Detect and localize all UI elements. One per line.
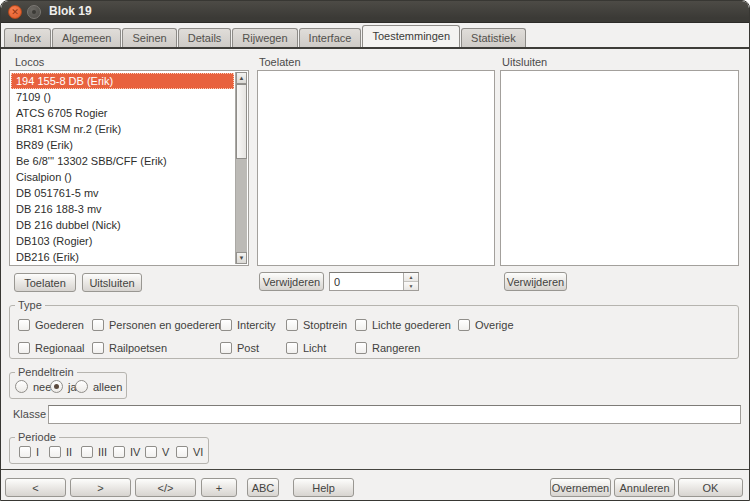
checkbox-icon[interactable] [220,342,232,354]
checkbox-periode-4[interactable]: IV [113,445,140,458]
tab-details[interactable]: Details [178,28,232,47]
checkbox-label: III [98,446,107,458]
radio-nee[interactable]: nee [15,380,51,393]
checkbox-label: Post [237,342,259,354]
list-item[interactable]: ATCS 6705 Rogier [11,105,234,121]
type-group: Type Goederen Personen en goederen Inter… [9,305,739,359]
tab-statistiek[interactable]: Statistiek [461,28,526,47]
radio-icon[interactable] [75,380,88,393]
checkbox-intercity[interactable]: Intercity [220,318,276,331]
checkbox-label: II [66,446,72,458]
list-item[interactable]: BR81 KSM nr.2 (Erik) [11,121,234,137]
checkbox-icon[interactable] [286,342,298,354]
checkbox-stoptrein[interactable]: Stoptrein [286,318,347,331]
radio-icon[interactable] [15,380,28,393]
list-item[interactable]: DB216 (Erik) [11,249,234,265]
list-item[interactable]: Cisalpion () [11,169,234,185]
radio-alleen[interactable]: alleen [75,380,122,393]
ok-button[interactable]: OK [678,478,743,497]
add-button[interactable]: + [201,478,237,497]
list-item[interactable]: BR89 (Erik) [11,137,234,153]
scrollbar-thumb[interactable] [236,84,247,159]
close-button[interactable]: ✕ [8,5,22,19]
checkbox-icon[interactable] [458,319,470,331]
toelaten-button[interactable]: Toelaten [14,273,76,292]
scroll-up-icon[interactable]: ▲ [236,72,247,84]
locos-label: Locos [15,56,44,68]
list-item[interactable]: 194 155-8 DB (Erik) [11,73,234,89]
checkbox-periode-1[interactable]: I [19,445,39,458]
checkbox-goederen[interactable]: Goederen [18,318,84,331]
checkbox-label: Rangeren [372,342,420,354]
checkbox-icon[interactable] [49,446,61,458]
checkbox-icon[interactable] [286,319,298,331]
checkbox-icon[interactable] [176,446,188,458]
list-item[interactable]: DB 051761-5 mv [11,185,234,201]
checkbox-railpoetsen[interactable]: Railpoetsen [92,341,167,354]
uitsluiten-button[interactable]: Uitsluiten [82,273,142,292]
pendeltrein-group-label: Pendeltrein [15,366,77,379]
tab-seinen[interactable]: Seinen [122,28,176,47]
tab-index[interactable]: Index [4,28,51,47]
spinner-down-icon[interactable]: ▼ [404,282,418,291]
checkbox-icon[interactable] [18,319,30,331]
checkbox-icon[interactable] [81,446,93,458]
checkbox-icon[interactable] [92,342,104,354]
checkbox-post[interactable]: Post [220,341,259,354]
checkbox-overige[interactable]: Overige [458,318,514,331]
minimize-button[interactable] [27,5,41,19]
toelaten-list[interactable] [257,70,495,266]
checkbox-icon[interactable] [220,319,232,331]
checkbox-periode-3[interactable]: III [81,445,107,458]
list-item[interactable]: 7109 () [11,89,234,105]
checkbox-label: VI [193,446,203,458]
klasse-input[interactable] [48,405,741,424]
checkbox-icon[interactable] [113,446,125,458]
tab-rijwegen[interactable]: Rijwegen [232,28,297,47]
spinner-up-icon[interactable]: ▲ [404,273,418,282]
next-button[interactable]: > [70,478,131,497]
tab-toestemmingen[interactable]: Toestemmingen [362,25,460,47]
checkbox-icon[interactable] [355,342,367,354]
help-button[interactable]: Help [293,478,354,497]
locos-scrollbar[interactable]: ▲ ▼ [235,72,247,264]
checkbox-label: I [36,446,39,458]
scroll-down-icon[interactable]: ▼ [236,252,247,264]
list-item[interactable]: Be 6/8''' 13302 SBB/CFF (Erik) [11,153,234,169]
uitsluiten-verwijderen-button[interactable]: Verwijderen [504,272,567,291]
checkbox-regionaal[interactable]: Regionaal [18,341,85,354]
toelaten-verwijderen-button[interactable]: Verwijderen [259,272,324,291]
tab-interface[interactable]: Interface [299,28,362,47]
radio-ja[interactable]: ja [50,380,77,393]
checkbox-icon[interactable] [19,446,31,458]
type-group-label: Type [15,299,45,312]
toelaten-count-spinner[interactable]: ▲ ▼ [329,272,419,291]
locos-list[interactable]: 194 155-8 DB (Erik) 7109 () ATCS 6705 Ro… [9,70,249,266]
checkbox-icon[interactable] [18,342,30,354]
locos-list-items: 194 155-8 DB (Erik) 7109 () ATCS 6705 Ro… [11,73,234,265]
checkbox-icon[interactable] [355,319,367,331]
periode-group-label: Periode [15,431,59,444]
annuleren-button[interactable]: Annuleren [614,478,675,497]
list-item[interactable]: DB 216 188-3 mv [11,201,234,217]
checkbox-periode-5[interactable]: V [145,445,169,458]
list-item[interactable]: DB 216 dubbel (Nick) [11,217,234,233]
checkbox-periode-6[interactable]: VI [176,445,203,458]
checkbox-icon[interactable] [145,446,157,458]
tab-algemeen[interactable]: Algemeen [52,28,122,47]
checkbox-licht[interactable]: Licht [286,341,326,354]
checkbox-periode-2[interactable]: II [49,445,72,458]
uitsluiten-list[interactable] [500,70,739,266]
spinner-value-input[interactable] [330,273,402,290]
checkbox-icon[interactable] [92,319,104,331]
overnemen-button[interactable]: Overnemen [550,478,611,497]
checkbox-lichte-goederen[interactable]: Lichte goederen [355,318,451,331]
radio-icon[interactable] [50,380,63,393]
list-item[interactable]: DB103 (Rogier) [11,233,234,249]
checkbox-personen-en-goederen[interactable]: Personen en goederen [92,318,221,331]
spinner-steppers: ▲ ▼ [403,273,418,290]
abc-button[interactable]: ABC [247,478,279,497]
code-button[interactable]: </> [135,478,196,497]
checkbox-rangeren[interactable]: Rangeren [355,341,420,354]
prev-button[interactable]: < [5,478,66,497]
